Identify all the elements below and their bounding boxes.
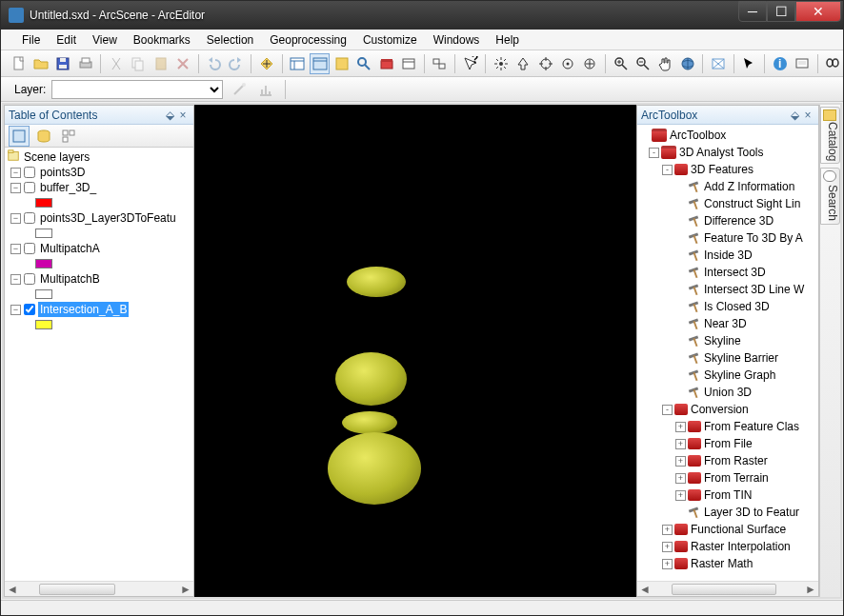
expand-icon[interactable]: +	[662, 542, 673, 552]
tool-item[interactable]: Layer 3D to Featur	[639, 504, 818, 521]
menu-view[interactable]: View	[85, 31, 125, 49]
toolset-item[interactable]: +From Terrain	[639, 469, 818, 487]
wand-button[interactable]	[229, 79, 250, 100]
tool-item[interactable]: Skyline	[639, 332, 818, 349]
toc-layer[interactable]: −MultipatchA	[7, 241, 193, 256]
fly-button[interactable]	[513, 53, 533, 74]
arctoolbox-scrollbar[interactable]: ◄►	[637, 581, 818, 596]
menu-help[interactable]: Help	[488, 31, 527, 49]
search-tab[interactable]: Search	[820, 168, 840, 225]
copy-button[interactable]	[129, 53, 149, 74]
toolset-item[interactable]: +Raster Math	[639, 555, 818, 572]
tool-item[interactable]: Construct Sight Lin	[639, 195, 818, 212]
undo-button[interactable]	[204, 53, 224, 74]
toc-button-2[interactable]	[310, 53, 330, 74]
toc-layer[interactable]: −buffer_3D_	[7, 180, 193, 195]
center-button[interactable]	[535, 53, 555, 74]
collapse-icon[interactable]: −	[10, 274, 21, 285]
catalog-tab[interactable]: Catalog	[820, 107, 840, 164]
html-popup-button[interactable]	[792, 53, 812, 74]
scene-viewport[interactable]	[194, 105, 636, 597]
cut-button[interactable]	[106, 53, 126, 74]
toolset-item[interactable]: +From TIN	[639, 487, 818, 504]
menu-selection[interactable]: Selection	[199, 31, 261, 49]
menu-edit[interactable]: Edit	[49, 31, 84, 49]
toolbox-3d-analyst[interactable]: -3D Analyst Tools	[639, 144, 818, 161]
menu-geoprocessing[interactable]: Geoprocessing	[262, 31, 354, 49]
expand-icon[interactable]: +	[675, 473, 686, 484]
expand-icon[interactable]: +	[662, 525, 673, 535]
zoom-in-button[interactable]	[611, 53, 631, 74]
toolset-conversion[interactable]: -Conversion	[639, 401, 818, 418]
minimize-button[interactable]: ─	[738, 1, 767, 22]
zoom-out-button[interactable]	[633, 53, 653, 74]
select-button[interactable]	[739, 53, 759, 74]
layer-checkbox[interactable]	[24, 167, 35, 178]
toc-button[interactable]	[288, 53, 308, 74]
toc-layer[interactable]: −MultipatchB	[7, 271, 193, 287]
list-by-source-button[interactable]	[33, 126, 54, 147]
layer-select[interactable]	[51, 80, 223, 99]
menu-windows[interactable]: Windows	[426, 31, 488, 49]
catalog-button[interactable]	[332, 53, 352, 74]
menu-file[interactable]: File	[14, 31, 48, 49]
search-button[interactable]	[354, 53, 374, 74]
collapse-icon[interactable]: −	[10, 168, 21, 178]
pin-icon[interactable]: ⬙	[788, 109, 801, 122]
collapse-icon[interactable]: -	[662, 405, 673, 415]
toc-layer[interactable]: −Intersection_A_B	[7, 302, 193, 317]
redo-button[interactable]	[226, 53, 246, 74]
list-by-drawing-button[interactable]	[9, 126, 30, 147]
collapse-icon[interactable]: −	[10, 213, 21, 224]
close-icon[interactable]: ×	[801, 109, 814, 122]
menu-bookmarks[interactable]: Bookmarks	[126, 31, 198, 49]
toolset-item[interactable]: +From Raster	[639, 452, 818, 469]
expand-icon[interactable]: +	[662, 559, 673, 569]
delete-button[interactable]	[172, 53, 192, 74]
toc-layer[interactable]: −points3D_Layer3DToFeatu	[7, 210, 193, 226]
save-button[interactable]	[53, 53, 73, 74]
add-data-button[interactable]	[256, 53, 276, 74]
arctoolbox-root[interactable]: ArcToolbox	[639, 127, 818, 144]
tool-item[interactable]: Feature To 3D By A	[639, 229, 818, 247]
layer-checkbox[interactable]	[24, 304, 35, 315]
print-button[interactable]	[75, 53, 95, 74]
toolset-3d-features[interactable]: -3D Features	[639, 161, 818, 178]
tool-item[interactable]: Skyline Barrier	[639, 349, 818, 367]
toolset-item[interactable]: +From Feature Clas	[639, 418, 818, 435]
sub-view-button[interactable]	[430, 53, 450, 74]
expand-icon[interactable]: +	[675, 456, 686, 467]
identify-button[interactable]: i	[770, 53, 790, 74]
tool-item[interactable]: Near 3D	[639, 315, 818, 332]
toc-scrollbar[interactable]: ◄►	[5, 581, 193, 596]
target-button[interactable]	[557, 53, 577, 74]
navigate-button[interactable]	[491, 53, 511, 74]
toolset-item[interactable]: +Functional Surface	[639, 521, 818, 538]
tool-item[interactable]: Is Closed 3D	[639, 298, 818, 315]
pin-icon[interactable]: ⬙	[163, 109, 176, 122]
collapse-icon[interactable]: −	[10, 183, 21, 193]
pan-button[interactable]	[655, 53, 675, 74]
expand-icon[interactable]: +	[675, 490, 686, 501]
tool-item[interactable]: Difference 3D	[639, 212, 818, 229]
layer-checkbox[interactable]	[24, 182, 35, 193]
paste-button[interactable]	[151, 53, 171, 74]
find-button[interactable]	[823, 53, 843, 74]
list-by-type-button[interactable]	[58, 126, 79, 147]
full-extent-button[interactable]	[677, 53, 697, 74]
collapse-icon[interactable]: -	[662, 165, 673, 175]
collapse-icon[interactable]: −	[10, 305, 21, 315]
chart-button[interactable]	[255, 79, 276, 100]
tool-item[interactable]: Union 3D	[639, 384, 818, 401]
collapse-icon[interactable]: -	[649, 148, 659, 158]
toc-layer[interactable]: −points3D	[7, 165, 193, 180]
layer-checkbox[interactable]	[24, 243, 35, 254]
close-button[interactable]: ✕	[795, 1, 841, 22]
tool-item[interactable]: Intersect 3D	[639, 264, 818, 281]
maximize-button[interactable]: ☐	[767, 1, 795, 22]
expand-icon[interactable]: +	[675, 422, 686, 432]
collapse-icon[interactable]: −	[10, 244, 21, 254]
close-icon[interactable]: ×	[176, 109, 190, 122]
toc-root[interactable]: Scene layers	[7, 149, 193, 165]
open-button[interactable]	[30, 53, 50, 74]
